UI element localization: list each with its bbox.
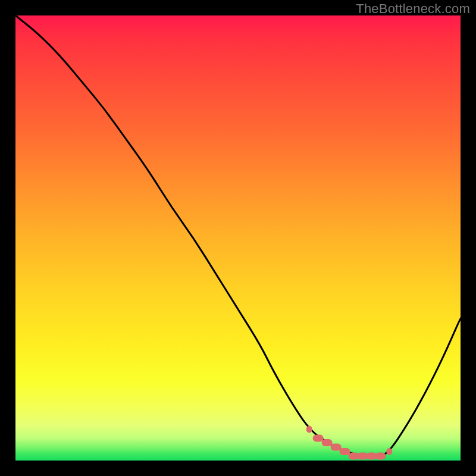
chart-stage: TheBottleneck.com [0, 0, 476, 476]
marker-dot [313, 435, 324, 442]
attribution-label: TheBottleneck.com [356, 1, 470, 17]
curve-svg [15, 15, 461, 461]
marker-dot [331, 444, 342, 451]
marker-dot [340, 448, 350, 455]
marker-dot [386, 448, 392, 455]
marker-dot [322, 439, 333, 446]
marker-dot [306, 426, 312, 433]
optimal-range-markers [306, 426, 393, 460]
plot-area [15, 15, 461, 461]
bottleneck-curve-path [15, 15, 461, 456]
marker-dot [375, 453, 386, 460]
